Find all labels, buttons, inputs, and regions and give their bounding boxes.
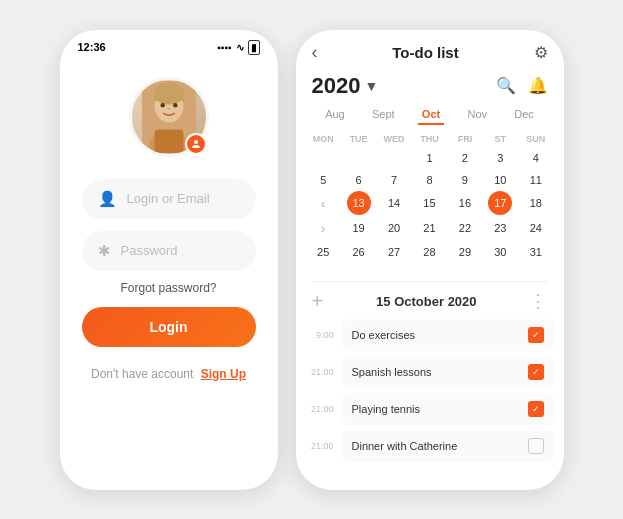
cal-day-10[interactable]: 10 <box>483 169 518 191</box>
cal-day-16[interactable]: 16 <box>447 191 482 216</box>
todo-check-3[interactable]: ✓ <box>528 401 544 417</box>
cal-day-5[interactable]: 5 <box>306 169 341 191</box>
month-oct[interactable]: Oct <box>418 105 444 125</box>
status-icons: ▪▪▪▪ ∿ ▮ <box>217 40 259 55</box>
settings-icon[interactable]: ⚙ <box>534 43 548 62</box>
cal-day-24[interactable]: 24 <box>518 216 553 241</box>
next-week-arrow[interactable]: › <box>306 216 341 241</box>
todo-item-3: 21:00 Playing tennis ✓ <box>306 393 554 425</box>
login-input[interactable]: Login or Email <box>127 191 210 206</box>
more-options-button[interactable]: ⋮ <box>529 290 547 312</box>
bell-icon[interactable]: 🔔 <box>528 76 548 95</box>
cal-day-20[interactable]: 20 <box>376 216 411 241</box>
cal-day-21[interactable]: 21 <box>412 216 447 241</box>
left-phone: 12:36 ▪▪▪▪ ∿ ▮ <box>60 30 278 490</box>
cal-day-22[interactable]: 22 <box>447 216 482 241</box>
time: 12:36 <box>78 41 106 53</box>
cal-day-31[interactable]: 31 <box>518 241 553 263</box>
app-header: ‹ To-do list ⚙ <box>296 30 564 69</box>
calendar-body: 1 2 3 4 5 6 7 8 9 10 11 ‹ 13 14 15 16 17… <box>306 147 554 273</box>
signal-icon: ▪▪▪▪ <box>217 42 231 53</box>
header-title: To-do list <box>392 44 458 61</box>
login-button[interactable]: Login <box>82 307 256 347</box>
todo-check-2[interactable]: ✓ <box>528 364 544 380</box>
avatar-wrapper <box>129 77 209 157</box>
day-st: ST <box>483 131 518 147</box>
todo-card-4[interactable]: Dinner with Catherine <box>342 430 554 462</box>
avatar-badge[interactable] <box>185 133 207 155</box>
add-todo-button[interactable]: + <box>312 290 324 313</box>
avatar-section <box>60 77 278 157</box>
todo-item-1: 9:00 Do exercises ✓ <box>306 319 554 351</box>
cal-day-6[interactable]: 6 <box>341 169 376 191</box>
todo-header: + 15 October 2020 ⋮ <box>296 286 564 317</box>
todo-card-2[interactable]: Spanish lessons ✓ <box>342 356 554 388</box>
cal-day-15[interactable]: 15 <box>412 191 447 216</box>
todo-task-1: Do exercises <box>352 329 416 341</box>
asterisk-icon: ✱ <box>98 242 111 260</box>
year-caret-icon: ▼ <box>364 78 378 94</box>
cal-day-26[interactable]: 26 <box>341 241 376 263</box>
cal-day-29[interactable]: 29 <box>447 241 482 263</box>
forgot-password[interactable]: Forgot password? <box>60 281 278 295</box>
cal-day-25[interactable]: 25 <box>306 241 341 263</box>
todo-item-2: 21:00 Spanish lessons ✓ <box>306 356 554 388</box>
back-button[interactable]: ‹ <box>312 42 318 63</box>
cal-day-19[interactable]: 19 <box>341 216 376 241</box>
day-fri: FRI <box>447 131 482 147</box>
cal-day-1[interactable]: 1 <box>412 147 447 169</box>
todo-card-3[interactable]: Playing tennis ✓ <box>342 393 554 425</box>
month-nov[interactable]: Nov <box>463 105 491 125</box>
cal-empty <box>341 147 376 169</box>
password-input-row[interactable]: ✱ Password <box>82 231 256 271</box>
svg-point-8 <box>194 140 198 144</box>
todo-item-4: 21:00 Dinner with Catherine <box>306 430 554 462</box>
day-mon: MON <box>306 131 341 147</box>
todo-time-2: 21:00 <box>306 367 334 377</box>
svg-rect-3 <box>153 93 184 100</box>
cal-day-3[interactable]: 3 <box>483 147 518 169</box>
user-icon: 👤 <box>98 190 117 208</box>
todo-task-2: Spanish lessons <box>352 366 432 378</box>
todo-check-1[interactable]: ✓ <box>528 327 544 343</box>
prev-week-arrow[interactable]: ‹ <box>306 191 341 216</box>
cal-empty <box>306 263 341 273</box>
cal-day-8[interactable]: 8 <box>412 169 447 191</box>
month-dec[interactable]: Dec <box>510 105 538 125</box>
cal-day-2[interactable]: 2 <box>447 147 482 169</box>
input-section: 👤 Login or Email ✱ Password <box>60 157 278 271</box>
person-icon <box>190 138 202 150</box>
todo-card-1[interactable]: Do exercises ✓ <box>342 319 554 351</box>
todo-check-4[interactable] <box>528 438 544 454</box>
month-sept[interactable]: Sept <box>368 105 399 125</box>
cal-day-14[interactable]: 14 <box>376 191 411 216</box>
todo-list: 9:00 Do exercises ✓ 21:00 Spanish lesson… <box>296 317 564 464</box>
cal-day-23[interactable]: 23 <box>483 216 518 241</box>
cal-day-17-today[interactable]: 17 <box>488 191 512 215</box>
day-tue: TUE <box>341 131 376 147</box>
cal-day-28[interactable]: 28 <box>412 241 447 263</box>
cal-day-9[interactable]: 9 <box>447 169 482 191</box>
battery-icon: ▮ <box>248 40 260 55</box>
right-phone: ‹ To-do list ⚙ 2020 ▼ 🔍 🔔 Aug Sept Oct N… <box>296 30 564 490</box>
cal-day-18[interactable]: 18 <box>518 191 553 216</box>
cal-day-27[interactable]: 27 <box>376 241 411 263</box>
todo-task-4: Dinner with Catherine <box>352 440 458 452</box>
day-sun: SUN <box>518 131 553 147</box>
cal-day-4[interactable]: 4 <box>518 147 553 169</box>
cal-day-30[interactable]: 30 <box>483 241 518 263</box>
status-bar: 12:36 ▪▪▪▪ ∿ ▮ <box>60 30 278 59</box>
search-icon[interactable]: 🔍 <box>496 76 516 95</box>
login-input-row[interactable]: 👤 Login or Email <box>82 179 256 219</box>
calendar: MON TUE WED THU FRI ST SUN 1 2 3 4 5 6 7… <box>296 131 564 273</box>
day-wed: WED <box>376 131 411 147</box>
cal-day-7[interactable]: 7 <box>376 169 411 191</box>
cal-empty <box>376 147 411 169</box>
cal-day-11[interactable]: 11 <box>518 169 553 191</box>
svg-point-7 <box>173 103 178 108</box>
signup-link[interactable]: Sign Up <box>201 367 246 381</box>
year-selector[interactable]: 2020 ▼ <box>312 73 379 99</box>
password-input[interactable]: Password <box>121 243 178 258</box>
cal-day-13-selected[interactable]: 13 <box>347 191 371 215</box>
month-aug[interactable]: Aug <box>321 105 349 125</box>
